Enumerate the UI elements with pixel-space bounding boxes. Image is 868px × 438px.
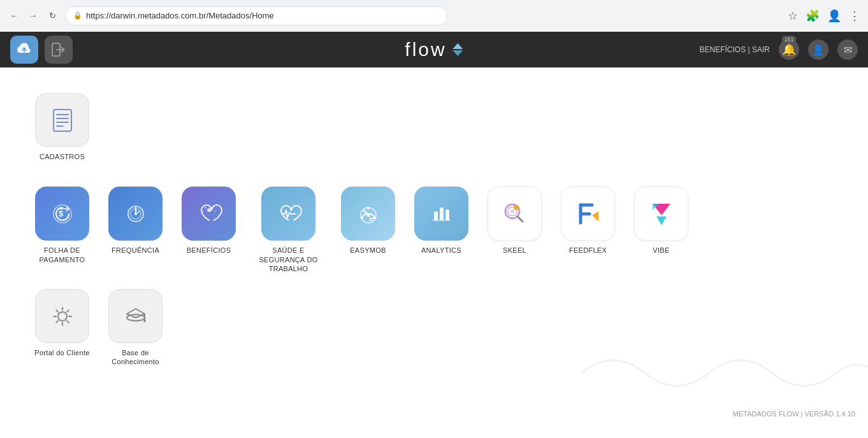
svg-text:$: $ — [59, 209, 64, 218]
app-logo: flow — [405, 39, 463, 60]
footer-text: METADADOS FLOW | VERSÃO 1.4.10 — [733, 410, 855, 418]
svg-point-15 — [204, 206, 206, 208]
svg-line-35 — [517, 216, 523, 222]
cadastros-icon — [35, 93, 89, 147]
cloud-icon — [15, 41, 33, 59]
vibe-label: VIBE — [653, 246, 669, 255]
base-svg — [120, 301, 151, 332]
portal-label: Portal do Cliente — [34, 348, 89, 357]
folha-svg: $ — [47, 199, 78, 229]
skeel-label: SKEEL — [503, 246, 526, 255]
forward-button[interactable]: → — [27, 10, 40, 22]
app-item-easymob[interactable]: EASYMOB — [331, 180, 405, 279]
beneficios-icon — [182, 187, 236, 241]
app-grid-row0: CADASTROS — [25, 87, 843, 167]
svg-point-20 — [361, 216, 363, 219]
bookmark-icon[interactable]: ☆ — [788, 9, 798, 23]
main-content: CADASTROS $ FOLHA DE PAGAMENTO — [0, 67, 868, 424]
app-item-cadastros[interactable]: CADASTROS — [25, 87, 99, 167]
svg-rect-29 — [445, 209, 449, 220]
user-button[interactable]: 👤 — [808, 39, 828, 60]
svg-point-13 — [134, 213, 137, 215]
easymob-label: EASYMOB — [350, 246, 386, 255]
app-item-frequencia[interactable]: FREQUÊNCIA — [99, 180, 172, 279]
svg-rect-28 — [440, 208, 444, 220]
skeel-svg — [498, 197, 532, 230]
svg-point-24 — [366, 213, 370, 216]
svg-point-16 — [212, 206, 213, 208]
app-item-saude[interactable]: SAÚDE E SEGURANÇA DO TRABALHO — [245, 180, 331, 279]
beneficios-link[interactable]: BENEFÍCIOS — [700, 45, 746, 54]
logo-text: flow — [405, 39, 446, 60]
reload-button[interactable]: ↻ — [46, 10, 59, 22]
app-item-vibe[interactable]: VIBE — [625, 180, 698, 279]
saude-icon — [261, 187, 315, 241]
skeel-icon — [488, 187, 542, 241]
header-right: BENEFÍCIOS | SAIR 🔔 151 👤 ✉ — [700, 39, 858, 60]
app-item-feedflex[interactable]: FEEDFLEX — [551, 180, 625, 279]
portal-icon — [35, 289, 89, 343]
cadastros-label: CADASTROS — [40, 152, 85, 161]
folha-label: FOLHA DE PAGAMENTO — [29, 246, 96, 264]
base-label: Base de Conhecimento — [102, 348, 169, 367]
portal-svg — [47, 301, 78, 332]
svg-point-44 — [143, 320, 146, 322]
easymob-icon — [341, 187, 395, 241]
app-item-beneficios[interactable]: BENEFÍCIOS — [172, 180, 245, 279]
sair-link[interactable]: SAIR — [752, 45, 770, 54]
svg-rect-27 — [434, 211, 438, 220]
exit-button[interactable] — [45, 36, 73, 64]
app-item-analytics[interactable]: ANALYTICS — [405, 180, 478, 279]
app-item-base[interactable]: Base de Conhecimento — [99, 283, 172, 373]
svg-marker-38 — [656, 216, 667, 225]
notification-bell-wrap: 🔔 151 — [779, 39, 799, 60]
header-left — [10, 36, 73, 64]
analytics-icon — [414, 187, 468, 241]
beneficios-svg — [194, 199, 224, 229]
app-item-portal[interactable]: Portal do Cliente — [25, 283, 99, 373]
message-button[interactable]: ✉ — [837, 39, 858, 60]
cloud-button[interactable] — [10, 36, 38, 64]
url-text: https://darwin.metadados.com.br/Metadado… — [86, 11, 274, 20]
easymob-svg — [353, 199, 384, 229]
cadastros-svg — [48, 106, 77, 135]
decorative-wave — [581, 341, 868, 405]
svg-point-40 — [58, 312, 67, 321]
exit-icon — [50, 41, 67, 58]
back-button[interactable]: ← — [8, 10, 20, 22]
browser-chrome: ← → ↻ 🔒 https://darwin.metadados.com.br/… — [0, 0, 868, 32]
address-bar[interactable]: 🔒 https://darwin.metadados.com.br/Metada… — [65, 6, 447, 25]
svg-marker-42 — [127, 309, 145, 318]
logo-icon — [453, 43, 463, 56]
vibe-svg — [645, 197, 678, 230]
base-icon — [108, 289, 163, 343]
feedflex-label: FEEDFLEX — [569, 246, 607, 255]
menu-icon[interactable]: ⋮ — [849, 9, 860, 23]
svg-point-21 — [367, 207, 370, 209]
beneficios-label: BENEFÍCIOS — [187, 246, 231, 255]
extensions-icon[interactable]: 🧩 — [806, 9, 820, 23]
svg-point-33 — [510, 209, 514, 213]
profile-icon[interactable]: 👤 — [827, 9, 841, 23]
header-nav-links: BENEFÍCIOS | SAIR — [700, 45, 770, 54]
frequencia-icon — [108, 187, 163, 241]
folha-icon: $ — [35, 187, 89, 241]
app-header: flow BENEFÍCIOS | SAIR 🔔 151 👤 ✉ — [0, 32, 868, 67]
saude-svg — [273, 199, 304, 229]
svg-marker-36 — [592, 211, 598, 222]
analytics-svg — [426, 199, 457, 229]
frequencia-svg — [120, 199, 151, 229]
frequencia-label: FREQUÊNCIA — [112, 246, 159, 255]
svg-point-17 — [203, 211, 204, 212]
analytics-label: ANALYTICS — [421, 246, 461, 255]
app-item-skeel[interactable]: SKEEL — [478, 180, 551, 279]
app-item-folha[interactable]: $ FOLHA DE PAGAMENTO — [25, 180, 99, 279]
app-grid-row1: $ FOLHA DE PAGAMENTO FREQUÊNCIA — [25, 180, 843, 279]
svg-point-14 — [207, 208, 211, 212]
vibe-icon — [634, 187, 688, 241]
svg-point-34 — [514, 205, 519, 210]
svg-point-18 — [214, 211, 215, 212]
svg-rect-1 — [54, 110, 71, 131]
feedflex-svg — [572, 197, 605, 230]
notification-count: 151 — [781, 36, 796, 43]
